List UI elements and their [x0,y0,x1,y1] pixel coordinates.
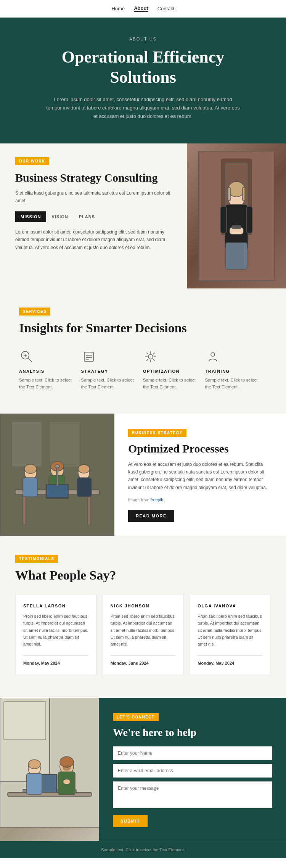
our-work-tabs: MISSION VISION PLANS [15,211,175,222]
testimonials-badge: TESTIMONIALS [15,555,58,563]
svg-line-14 [28,358,32,362]
nick-name: NICK JHONSON [111,604,176,608]
stella-text: Proin sed libero enim sed faucibus turpi… [23,613,88,647]
biz-photo [0,414,114,536]
svg-point-21 [148,354,153,359]
biz-title: Optimized Processes [128,442,272,455]
testimonial-stella: STELLA LARSON Proin sed libero enim sed … [15,594,96,675]
our-work-title: Business Strategy Consulting [15,171,175,185]
our-work-badge: OUR WORK [15,157,49,165]
testimonials-title: What People Say? [15,568,271,583]
analysis-label: ANALYSIS [19,369,74,374]
hero-title: Operational Efficiency Solutions [46,47,240,88]
olga-text: Proin sed libero enim sed faucibus turpi… [198,613,263,647]
footer-text: Sample text. Click to select the Text El… [15,847,271,852]
testimonial-nick: NICK JHONSON Proin sed libero enim sed f… [103,594,184,675]
training-label: TRAINING [205,369,260,374]
svg-point-42 [55,465,59,468]
our-work-image [187,143,286,288]
tab-vision[interactable]: VISION [46,211,73,222]
svg-point-32 [24,464,37,473]
tab-mission[interactable]: MISSION [15,211,46,222]
testimonials-section: TESTIMONIALS What People Say? STELLA LAR… [0,536,286,698]
freepik-link[interactable]: freepik [151,498,163,502]
svg-rect-50 [8,792,92,796]
contact-photo [0,698,99,841]
biz-right: BUSINESS STRATEGY Optimized Processes At… [114,414,286,536]
training-icon [205,349,220,364]
olga-name: OLGA IVANOVA [198,604,263,608]
svg-rect-10 [226,243,247,269]
biz-badge: BUSINESS STRATEGY [128,429,186,437]
svg-rect-26 [50,421,80,467]
testimonials-grid: STELLA LARSON Proin sed libero enim sed … [15,594,271,675]
optimization-label: OPTIMIZATION [143,369,198,374]
nav-home[interactable]: Home [111,6,125,11]
svg-rect-37 [77,478,92,497]
svg-rect-52 [27,773,42,794]
stella-name: STELLA LARSON [23,604,88,608]
svg-rect-9 [243,187,245,201]
our-work-subtext: Stet clita kasd gubergren, no sea takima… [15,190,175,204]
tab-plans[interactable]: PLANS [74,211,100,222]
training-text: Sample text. Click to select the Text El… [205,377,260,391]
svg-rect-6 [246,206,252,233]
biz-image [0,414,114,536]
biz-section: BUSINESS STRATEGY Optimized Processes At… [0,414,286,536]
service-analysis: ANALYSIS Sample text. Click to select th… [19,349,81,391]
testimonial-olga: OLGA IVANOVA Proin sed libero enim sed f… [190,594,271,675]
svg-point-57 [63,766,71,770]
hero-label: ABOUT US [46,37,240,41]
biz-credit: Image from freepik [128,498,272,502]
optimization-text: Sample text. Click to select the Text El… [143,377,198,391]
svg-point-22 [211,353,215,356]
svg-rect-29 [88,494,91,525]
contact-title: We're here to help [113,726,272,739]
optimization-icon [143,349,158,364]
contact-email-input[interactable] [113,764,272,778]
services-badge: SERVICES [19,308,50,316]
contact-name-input[interactable] [113,746,272,760]
svg-rect-5 [220,206,227,233]
svg-point-38 [78,465,90,473]
navigation: Home About Contact [0,0,286,18]
stella-date: Monday, May 2024 [23,655,88,665]
olga-date: Monday, May 2024 [198,655,263,665]
analysis-text: Sample text. Click to select the Text El… [19,377,74,391]
svg-rect-25 [11,421,42,467]
submit-button[interactable]: SUBMIT [113,815,148,827]
service-strategy: STRATEGY Sample text. Click to select th… [81,349,143,391]
svg-rect-40 [47,485,68,498]
our-work-body: Lorem ipsum dolor sit amet, consetetur s… [15,228,175,251]
hero-description: Lorem ipsum dolor sit amet, consetetur s… [46,95,240,121]
svg-rect-41 [56,467,58,486]
contact-message-input[interactable] [113,781,272,808]
nav-about[interactable]: About [134,5,148,12]
strategy-text: Sample text. Click to select the Text El… [81,377,136,391]
contact-right: LET'S CONNECT We're here to help SUBMIT [99,698,286,841]
biz-body: At vero eos et accusam et justo duo dolo… [128,461,272,492]
contact-image [0,698,99,841]
hero-section: ABOUT US Operational Efficiency Solution… [0,18,286,143]
contact-section: LET'S CONNECT We're here to help SUBMIT [0,698,286,841]
our-work-section: OUR WORK Business Strategy Consulting St… [0,143,286,288]
svg-rect-31 [23,478,37,497]
svg-point-53 [28,760,40,769]
footer: Sample text. Click to select the Text El… [0,841,286,858]
read-more-button[interactable]: READ MORE [128,510,174,522]
services-title: Insights for Smarter Decisions [19,321,267,335]
svg-rect-12 [232,225,241,229]
our-work-left: OUR WORK Business Strategy Consulting St… [0,143,187,288]
svg-rect-28 [23,494,26,525]
strategy-label: STRATEGY [81,369,136,374]
contact-badge: LET'S CONNECT [113,713,159,721]
nick-text: Proin sed libero enim sed faucibus turpi… [111,613,176,647]
nick-date: Monday, June 2024 [111,655,176,665]
svg-rect-8 [228,187,230,201]
services-grid: ANALYSIS Sample text. Click to select th… [19,349,267,391]
svg-point-58 [63,779,71,784]
services-section: SERVICES Insights for Smarter Decisions … [0,288,286,414]
service-training: TRAINING Sample text. Click to select th… [205,349,267,391]
analysis-icon [19,349,34,364]
nav-contact[interactable]: Contact [157,6,175,11]
